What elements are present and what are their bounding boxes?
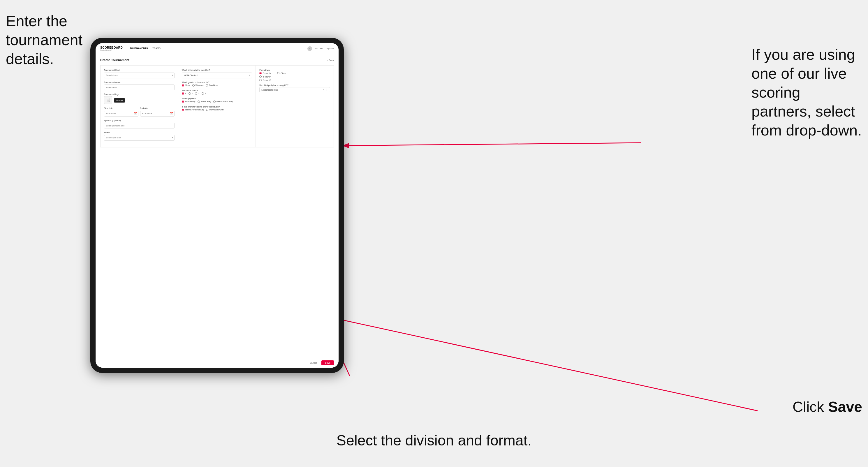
scoring-api-tag[interactable]: Leaderboard King × ⋮ bbox=[259, 87, 330, 92]
teams-radio-group: Teams (+Individuals) Individuals Only bbox=[182, 109, 252, 111]
scoring-radio-group: Stroke Play Match Play Medal Match Play bbox=[182, 100, 252, 103]
dropdown-icon: ▾ bbox=[172, 74, 173, 76]
division-select-wrapper: NCAA Division I bbox=[182, 72, 252, 79]
gender-mens-label: Mens bbox=[185, 84, 190, 86]
format-type-label: Format type bbox=[259, 69, 330, 71]
rounds-1[interactable]: 1 bbox=[182, 92, 186, 95]
format-options-group: 5 count 4 6 count 4 6 count 5 bbox=[259, 72, 271, 81]
format-5count4[interactable]: 5 count 4 bbox=[259, 72, 271, 74]
page-title: Create Tournament bbox=[100, 58, 129, 62]
form-col-3: Format type 5 count 4 6 count 4 bbox=[256, 66, 334, 147]
save-button[interactable]: Save bbox=[321, 361, 334, 365]
annotation-bottom-center: Select the division and format. bbox=[337, 432, 532, 450]
rounds-4[interactable]: 4 bbox=[202, 92, 206, 95]
name-group: Tournament name bbox=[104, 81, 175, 91]
date-row: Start date 📅 End date 📅 bbox=[104, 107, 175, 117]
rounds-group: Number of rounds 1 2 bbox=[182, 89, 252, 95]
scoring-api-label: Use third-party live scoring API? bbox=[259, 84, 330, 86]
host-input[interactable] bbox=[104, 72, 175, 79]
brand-sub: Powered by clipp'r bbox=[100, 49, 123, 51]
start-cal-icon: 📅 bbox=[134, 112, 137, 115]
venue-input-wrapper: ▾ bbox=[104, 134, 175, 141]
teams-group: Is this event for Teams and/or Individua… bbox=[182, 106, 252, 111]
host-label: Tournament Host bbox=[104, 69, 175, 71]
start-date-input[interactable] bbox=[104, 111, 138, 117]
format-other-label: Other bbox=[281, 72, 286, 74]
end-date-group: End date 📅 bbox=[140, 107, 175, 117]
scoring-stroke[interactable]: Stroke Play bbox=[182, 100, 195, 103]
gender-mens[interactable]: Mens bbox=[182, 84, 190, 87]
signout-link[interactable]: Sign out bbox=[326, 48, 334, 50]
name-label: Tournament name bbox=[104, 81, 175, 83]
rounds-3[interactable]: 3 bbox=[195, 92, 199, 95]
logo-placeholder: 🖼 bbox=[104, 96, 112, 104]
division-group: Which division is the event for? NCAA Di… bbox=[182, 69, 252, 79]
cancel-button[interactable]: Cancel bbox=[307, 361, 319, 365]
division-label: Which division is the event for? bbox=[182, 69, 252, 71]
navbar-nav: TOURNAMENTS TEAMS bbox=[130, 46, 307, 51]
logo-label: Tournament logo bbox=[104, 93, 175, 95]
venue-dropdown-icon: ▾ bbox=[172, 136, 173, 139]
gender-womens-label: Womens bbox=[195, 84, 204, 86]
annotation-bottom-right: Click Save bbox=[793, 398, 862, 416]
nav-teams[interactable]: TEAMS bbox=[152, 46, 160, 51]
gender-womens[interactable]: Womens bbox=[192, 84, 204, 87]
end-cal-icon: 📅 bbox=[170, 112, 173, 115]
rounds-label: Number of rounds bbox=[182, 89, 252, 91]
individuals-only[interactable]: Individuals Only bbox=[206, 109, 223, 111]
end-date-wrapper: 📅 bbox=[140, 110, 175, 117]
form-col-1: Tournament Host ▾ Tournament name Tourna… bbox=[100, 66, 178, 147]
format-type-group: Format type 5 count 4 6 count 4 bbox=[259, 69, 330, 81]
host-group: Tournament Host ▾ bbox=[104, 69, 175, 79]
format-6count5[interactable]: 6 count 5 bbox=[259, 79, 271, 81]
tablet-screen: SCOREBOARD Powered by clipp'r TOURNAMENT… bbox=[96, 43, 339, 368]
gender-combined-label: Combined bbox=[209, 84, 218, 86]
name-input[interactable] bbox=[104, 85, 175, 90]
annotation-top-left: Enter the tournament details. bbox=[6, 12, 87, 68]
format-6count4[interactable]: 6 count 4 bbox=[259, 75, 271, 78]
scoring-label: Scoring system bbox=[182, 98, 252, 100]
venue-label: Venue bbox=[104, 131, 175, 133]
gender-label: Which gender is the event for? bbox=[182, 81, 252, 83]
format-type-container: 5 count 4 6 count 4 6 count 5 bbox=[259, 72, 330, 81]
sponsor-label: Sponsor (optional) bbox=[104, 119, 175, 122]
start-date-group: Start date 📅 bbox=[104, 107, 138, 117]
logo-upload: 🖼 Upload bbox=[104, 96, 175, 104]
back-link[interactable]: Back bbox=[327, 59, 334, 61]
scoring-api-value: Leaderboard King bbox=[261, 89, 321, 91]
division-select[interactable]: NCAA Division I bbox=[182, 72, 252, 79]
gender-group: Which gender is the event for? Mens Wome… bbox=[182, 81, 252, 87]
form-grid: Tournament Host ▾ Tournament name Tourna… bbox=[100, 65, 334, 148]
teams-label: Is this event for Teams and/or Individua… bbox=[182, 106, 252, 108]
scoring-api-expand[interactable]: ⋮ bbox=[326, 88, 328, 91]
venue-group: Venue ▾ bbox=[104, 131, 175, 141]
navbar-brand: SCOREBOARD Powered by clipp'r bbox=[100, 46, 123, 51]
page-content: Create Tournament Back Tournament Host ▾ bbox=[96, 54, 339, 358]
nav-tournaments[interactable]: TOURNAMENTS bbox=[130, 46, 148, 51]
sponsor-input[interactable] bbox=[104, 123, 175, 128]
scoring-api-remove[interactable]: × bbox=[323, 88, 324, 91]
navbar-right: T Test User | Sign out bbox=[307, 46, 334, 51]
gender-combined[interactable]: Combined bbox=[206, 84, 218, 87]
gender-radio-group: Mens Womens Combined bbox=[182, 84, 252, 87]
end-date-label: End date bbox=[140, 107, 175, 109]
user-label: Test User | bbox=[314, 48, 324, 50]
scoring-group: Scoring system Stroke Play Match Play bbox=[182, 98, 252, 103]
start-date-label: Start date bbox=[104, 107, 138, 109]
brand-title: SCOREBOARD bbox=[100, 46, 123, 49]
teams-plus-individuals[interactable]: Teams (+Individuals) bbox=[182, 109, 204, 111]
venue-input[interactable] bbox=[104, 135, 175, 141]
scoring-api-group: Use third-party live scoring API? Leader… bbox=[259, 84, 330, 92]
rounds-2[interactable]: 2 bbox=[188, 92, 193, 95]
end-date-input[interactable] bbox=[140, 111, 175, 117]
user-avatar: T bbox=[307, 46, 312, 51]
sponsor-group: Sponsor (optional) bbox=[104, 119, 175, 129]
form-footer: Cancel Save bbox=[96, 358, 339, 368]
scoring-match[interactable]: Match Play bbox=[197, 100, 211, 103]
format-other-radio[interactable] bbox=[277, 72, 279, 74]
scoring-medal-match[interactable]: Medal Match Play bbox=[213, 100, 233, 103]
annotation-top-right: If you are using one of our live scoring… bbox=[751, 45, 862, 140]
upload-button[interactable]: Upload bbox=[114, 98, 125, 102]
rounds-radio-group: 1 2 3 4 bbox=[182, 92, 252, 95]
form-col-2: Which division is the event for? NCAA Di… bbox=[178, 66, 256, 147]
